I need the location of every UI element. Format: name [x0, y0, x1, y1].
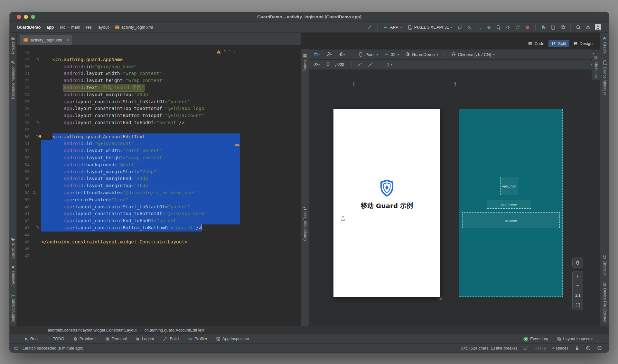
code-line[interactable]: 31 android:id="@+id/account" [17, 140, 301, 147]
apply-code-changes-button[interactable] [475, 23, 483, 31]
blueprint-phone[interactable]: app_logoapp_nameaccount [459, 109, 563, 297]
design-surface[interactable]: 移动 Guard 示例 app_logoapp_nameaccount + − … [309, 70, 600, 326]
code-text[interactable]: </androidx.constraintlayout.widget.Const… [41, 239, 240, 246]
attach-debugger-button[interactable] [494, 23, 503, 31]
fold-marker-icon[interactable] [36, 226, 39, 229]
code-line[interactable]: 27 app:layout_constraintBottom_toTopOf="… [17, 112, 301, 119]
code-line[interactable]: 35 android:layout_marginStart="24dp" [17, 168, 301, 176]
code-text[interactable]: app:layout_constraintBottom_toTopOf="@+i… [41, 112, 240, 119]
build-button[interactable] [365, 23, 374, 31]
toolwindow-button-todo[interactable]: TODO [46, 337, 64, 341]
resize-handle[interactable] [436, 295, 442, 301]
settings-button[interactable] [584, 23, 592, 31]
sidebar-item-device-manager[interactable]: Device Manager [602, 57, 607, 98]
scrollbar-warning-mark[interactable] [235, 144, 239, 146]
toolwindow-button-logcat[interactable]: Logcat [136, 337, 154, 341]
breadcrumb-item-guarddemo[interactable]: GuardDemo [17, 25, 41, 30]
device-select[interactable]: PIXEL 3 XL API 31▾ [405, 23, 454, 31]
code-line[interactable]: 37 android:layout_marginTop="16dp" [17, 182, 301, 189]
code-text[interactable]: app:layout_constraintTop_toBottomOf="@+i… [41, 105, 240, 112]
code-line[interactable]: 32 android:layout_width="match_parent" [17, 147, 301, 154]
code-line[interactable]: 39 app:errorEnabled="true" [17, 196, 301, 204]
code-text[interactable]: <cn.authing.guard.AccountEditText [41, 133, 240, 141]
sidebar-item-build-variants[interactable]: Build Variants [11, 290, 15, 326]
indent-setting[interactable]: 4 spaces [552, 346, 568, 350]
happy-face-icon[interactable] [586, 346, 591, 350]
sidebar-item-favorites[interactable]: Favorites [11, 262, 15, 290]
code-line[interactable]: 28 app:layout_constraintEnd_toEndOf="par… [17, 119, 301, 126]
blueprint-component-app_logo[interactable]: app_logo [500, 177, 518, 195]
mode-tab-design[interactable]: Design [570, 40, 595, 47]
code-text[interactable]: app:leftIconDrawable="@drawable/ic_authi… [41, 189, 240, 196]
code-text[interactable] [41, 232, 240, 239]
design-preview-phone[interactable]: 移动 Guard 示例 [333, 109, 440, 297]
breadcrumb-item-src[interactable]: src [60, 25, 65, 30]
code-text[interactable]: android:layout_height="wrap_content" [41, 154, 240, 161]
mode-tab-code[interactable]: Code [525, 40, 547, 47]
blueprint-component-account[interactable]: account [462, 212, 560, 228]
zoom-fit-button[interactable] [573, 300, 583, 310]
tab-activity-login-xml[interactable]: <> activity_login.xml × [20, 35, 72, 45]
zoom-in-button[interactable]: + [573, 271, 583, 281]
attributes-toolwindow-button[interactable]: Attributes [592, 54, 600, 80]
code-line[interactable]: 23 android:text="移动 Guard 示例" [17, 84, 301, 91]
profile-avatar[interactable] [594, 23, 602, 31]
blueprint-component-app_name[interactable]: app_name [487, 200, 531, 209]
view-options-button[interactable]: ▾ [311, 61, 322, 68]
code-text[interactable]: app:layout_constraintStart_toStartOf="pa… [41, 98, 240, 105]
code-line[interactable]: 38 app:leftIconDrawable="@drawable/ic_au… [17, 189, 301, 196]
code-line[interactable]: 22 android:layout_height="wrap_content" [17, 77, 301, 84]
locale-select[interactable]: Chinese (zh / CN)▾ [449, 50, 497, 58]
pack-button[interactable]: ▾ [383, 61, 394, 68]
editor-breadcrumb-1[interactable]: cn.authing.guard.AccountEditText [145, 328, 204, 332]
sidebar-item-resource-manager[interactable]: Resource Manager [11, 57, 15, 102]
code-editor[interactable]: 1819 <cn.authing.guard.AppName20 android… [17, 45, 301, 326]
code-line[interactable]: 18 [17, 49, 301, 56]
zoom-100-button[interactable]: 1:1 [573, 291, 583, 300]
code-line[interactable]: 44 [17, 232, 301, 239]
infer-constraints-button[interactable] [366, 61, 375, 68]
editor-breadcrumb-0[interactable]: androidx.constraintlayout.widget.Constra… [48, 328, 137, 332]
code-line[interactable]: 45</androidx.constraintlayout.widget.Con… [17, 239, 301, 246]
code-text[interactable]: app:errorEnabled="true" [41, 196, 240, 204]
debug-button[interactable] [485, 23, 493, 31]
next-warning-button[interactable]: ⌄ [233, 50, 236, 54]
default-margins-select[interactable]: 0dp [335, 62, 346, 67]
code-line[interactable]: 36 android:layout_marginEnd="24dp" [17, 175, 301, 182]
breadcrumb-item-res[interactable]: res [86, 25, 92, 30]
code-text[interactable] [41, 126, 240, 133]
view-mode-button[interactable]: ▾ [311, 50, 322, 58]
code-line[interactable]: 21 android:layout_width="wrap_content" [17, 70, 301, 77]
code-line[interactable]: 24 android:layout_marginTop="20dp" [17, 91, 301, 98]
breadcrumb-item-layout[interactable]: layout [98, 25, 109, 30]
drawable-preview-icon[interactable] [32, 190, 36, 195]
zoom-out-button[interactable]: − [573, 281, 583, 291]
code-line[interactable]: 19 <cn.authing.guard.AppName [17, 56, 301, 63]
sidebar-item-project[interactable]: Project [11, 33, 15, 57]
sidebar-item-emulator[interactable]: Emulator [603, 251, 607, 279]
code-line[interactable]: 43 app:layout_constraintBottom_toBottomO… [17, 224, 301, 232]
lock-icon[interactable] [575, 346, 579, 350]
code-text[interactable]: android:text="移动 Guard 示例" [41, 84, 240, 91]
code-line[interactable]: 34 android:background="@null" [17, 161, 301, 168]
toolwindow-button-run[interactable]: Run [24, 337, 38, 341]
night-mode-button[interactable]: ▾ [337, 50, 348, 58]
code-text[interactable]: android:layout_height="wrap_content" [41, 77, 240, 84]
sidebar-item-structure[interactable]: Structure [11, 234, 15, 262]
pan-button[interactable] [573, 258, 583, 268]
code-text[interactable]: app:layout_constraintStart_toStartOf="pa… [41, 204, 240, 211]
code-text[interactable]: app:layout_constraintTop_toBottomOf="@+i… [41, 210, 240, 217]
encoding[interactable]: UTF-8 [535, 346, 546, 350]
code-line[interactable]: 20 android:id="@+id/app_name" [17, 63, 301, 70]
code-line[interactable]: 40 app:layout_constraintStart_toStartOf=… [17, 204, 301, 211]
code-text[interactable]: android:layout_marginStart="24dp" [41, 168, 240, 176]
search-everywhere-button[interactable] [574, 23, 583, 31]
code-line[interactable]: 42 app:layout_constraintEnd_toEndOf="par… [17, 217, 301, 224]
toolwindow-button-terminal[interactable]: Terminal [105, 337, 127, 341]
toolwindow-toggle-icon[interactable] [14, 346, 19, 350]
close-icon[interactable]: × [66, 37, 69, 42]
sidebar-item-device-file-explorer[interactable]: Device File Explorer [603, 279, 607, 326]
toolwindow-button-build[interactable]: Build [163, 336, 179, 341]
rerun-button[interactable] [456, 23, 464, 31]
run-config-select[interactable]: APP▾ [381, 23, 404, 31]
